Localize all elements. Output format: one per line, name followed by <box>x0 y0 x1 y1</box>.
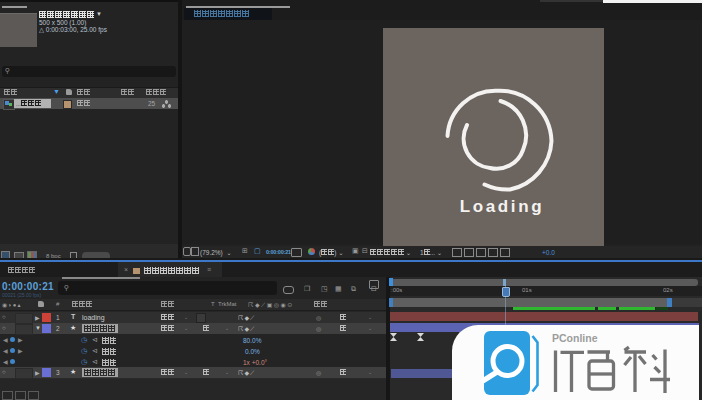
svg-text:PConline: PConline <box>552 332 598 344</box>
svg-text:Loading: Loading <box>460 197 544 216</box>
